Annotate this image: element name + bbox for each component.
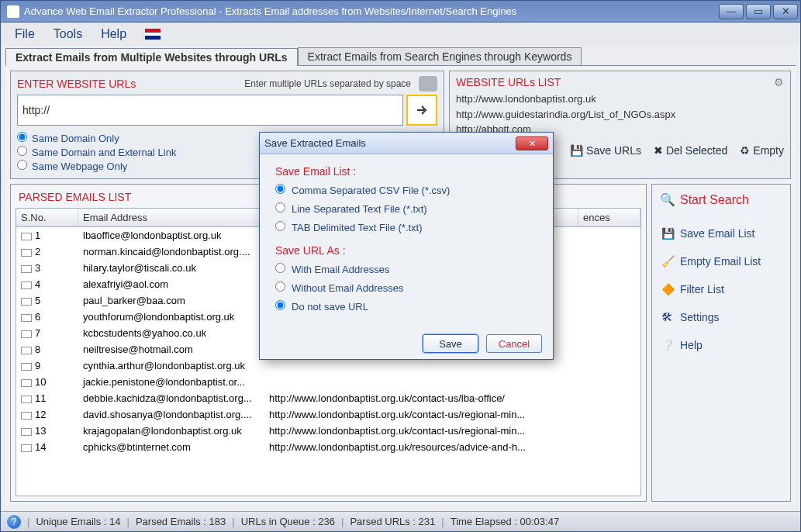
dialog-cancel-button[interactable]: Cancel <box>486 334 542 353</box>
minimize-button[interactable]: — <box>719 4 744 19</box>
table-row[interactable]: 13krajagopalan@londonbaptist.org.ukhttp:… <box>16 423 640 439</box>
envelope-icon <box>21 444 32 452</box>
menu-file[interactable]: File <box>15 27 35 41</box>
status-help-icon[interactable]: ? <box>7 515 21 529</box>
save-url-as-label: Save URL As : <box>275 244 537 257</box>
opt-tab-txt[interactable]: TAB Delimited Text File (*.txt) <box>275 221 537 233</box>
help-icon: ❔ <box>661 339 674 351</box>
menu-help[interactable]: Help <box>101 27 126 41</box>
table-row[interactable]: 14cphicks@btinternet.comhttp://www.londo… <box>16 439 640 455</box>
envelope-icon <box>21 347 32 354</box>
url-item[interactable]: http://www.londonbaptist.org.uk <box>456 92 784 107</box>
menubar: File Tools Help <box>1 22 800 46</box>
start-search-button[interactable]: 🔍 Start Search <box>660 192 782 207</box>
save-email-list-label: Save Email List : <box>275 165 537 178</box>
save-extracted-emails-dialog: Save Extracted Emails ✕ Save Email List … <box>259 132 554 360</box>
col-occurrences[interactable]: ences <box>578 209 640 226</box>
window-title: Advance Web Email Extractor Professional… <box>24 5 719 17</box>
table-row[interactable]: 9cynthia.arthur@londonbaptist.org.uk <box>16 358 640 374</box>
filter-list-button[interactable]: 🔶 Filter List <box>660 277 782 302</box>
envelope-icon <box>21 265 32 273</box>
enter-urls-title: ENTER WEBSITE URLs <box>17 78 136 90</box>
language-flag-icon[interactable] <box>145 29 161 40</box>
table-row[interactable]: 12david.shosanya@londonbaptist.org....ht… <box>16 406 640 423</box>
status-parsed-urls: Parsed URLs : 231 <box>350 516 435 527</box>
status-bar: ? | Unique Emails : 14| Parsed Emails : … <box>1 511 800 531</box>
envelope-icon <box>21 314 32 322</box>
status-unique: Unique Emails : 14 <box>36 516 120 527</box>
opt-url-none[interactable]: Do not save URL <box>275 300 537 313</box>
empty-list-icon: 🧹 <box>661 255 674 268</box>
settings-button[interactable]: 🛠 Settings <box>660 305 782 330</box>
empty-button[interactable]: ♻Empty <box>740 144 784 157</box>
save-icon: 💾 <box>570 144 583 157</box>
col-sno[interactable]: S.No. <box>16 209 78 226</box>
envelope-icon <box>21 428 32 436</box>
envelope-icon <box>21 298 32 306</box>
opt-csv[interactable]: Comma Separated CSV File (*.csv) <box>275 184 537 196</box>
help-button[interactable]: ❔ Help <box>660 333 782 358</box>
app-icon <box>7 5 19 18</box>
menu-tools[interactable]: Tools <box>54 27 82 41</box>
status-parsed: Parsed Emails : 183 <box>136 516 226 527</box>
del-selected-button[interactable]: ✖Del Selected <box>654 144 727 157</box>
titlebar: Advance Web Email Extractor Professional… <box>1 1 800 22</box>
envelope-icon <box>21 233 32 240</box>
tab-urls[interactable]: Extract Emails from Multiple Websites th… <box>5 48 298 66</box>
empty-icon: ♻ <box>740 144 750 157</box>
opt-line-txt[interactable]: Line Separated Text File (*.txt) <box>275 202 537 215</box>
envelope-icon <box>21 282 32 289</box>
status-queue: URLs in Queue : 236 <box>241 516 335 527</box>
envelope-icon <box>21 330 32 338</box>
save-icon: 💾 <box>661 227 674 240</box>
close-button[interactable]: ✕ <box>773 4 798 19</box>
opt-url-without-emails[interactable]: Without Email Addresses <box>275 282 537 294</box>
dialog-save-button[interactable]: Save <box>423 334 478 353</box>
enter-urls-hint: Enter multiple URLs separated by space <box>244 78 411 89</box>
tab-keywords[interactable]: Extract Emails from Search Engines throu… <box>298 47 582 65</box>
col-email[interactable]: Email Address <box>78 209 264 226</box>
urls-list[interactable]: http://www.londonbaptist.org.uk http://w… <box>456 92 784 138</box>
url-item[interactable]: http://www.guidestarindia.org/List_of_NG… <box>456 107 784 123</box>
url-input[interactable] <box>17 95 403 126</box>
table-row[interactable]: 11debbie.kachidza@londonbaptist.org...ht… <box>16 390 640 406</box>
dialog-close-button[interactable]: ✕ <box>516 136 548 150</box>
envelope-icon <box>21 249 32 257</box>
panel-toolbar-icon[interactable]: ⚙ <box>774 76 784 88</box>
envelope-icon <box>21 412 32 420</box>
save-urls-button[interactable]: 💾Save URLs <box>570 144 641 157</box>
envelope-icon <box>21 396 32 403</box>
actions-sidebar: 🔍 Start Search 💾 Save Email List 🧹 Empty… <box>651 184 791 502</box>
delete-icon: ✖ <box>654 144 663 157</box>
envelope-icon <box>21 363 32 371</box>
empty-email-list-button[interactable]: 🧹 Empty Email List <box>660 249 782 274</box>
envelope-icon <box>21 379 32 387</box>
dialog-title: Save Extracted Emails <box>264 137 366 149</box>
table-row[interactable]: 10jackie.penistone@londonbaptist.or... <box>16 374 640 390</box>
magnifier-icon: 🔍 <box>660 192 675 207</box>
go-button[interactable] <box>406 95 437 126</box>
filter-icon: 🔶 <box>661 283 674 295</box>
link-icon[interactable] <box>419 76 437 92</box>
settings-icon: 🛠 <box>661 311 674 323</box>
arrow-right-icon <box>416 104 428 116</box>
opt-url-with-emails[interactable]: With Email Addresses <box>275 263 537 275</box>
urls-list-title: WEBSITE URLs LIST <box>456 76 561 88</box>
status-time: Time Elapsed : 00:03:47 <box>451 516 559 527</box>
maximize-button[interactable]: ▭ <box>746 4 771 19</box>
save-email-list-button[interactable]: 💾 Save Email List <box>660 221 782 246</box>
main-tabs: Extract Emails from Multiple Websites th… <box>5 47 800 65</box>
